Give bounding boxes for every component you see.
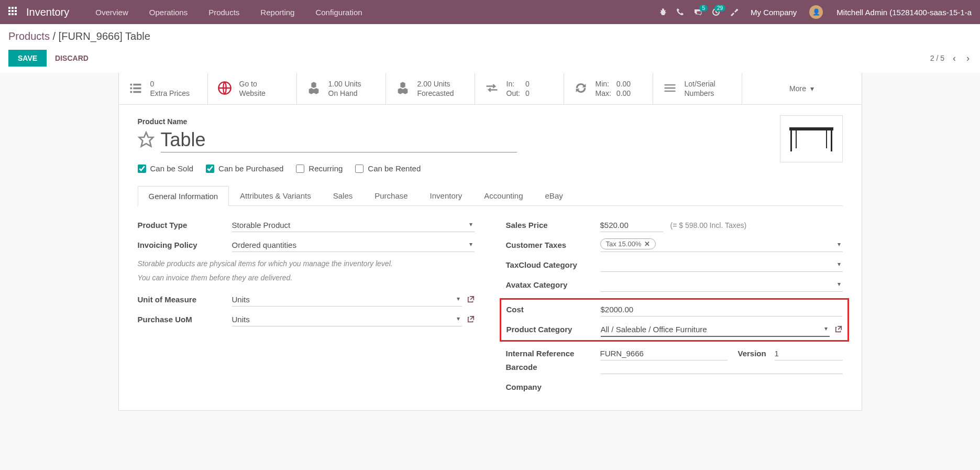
svg-rect-2 [790,130,792,151]
product-image[interactable] [780,115,843,162]
stat-lot-serial[interactable]: Lot/SerialNumbers [653,73,742,104]
apps-icon[interactable] [8,7,19,17]
label-company: Company [506,380,600,391]
label-purchase-uom: Purchase UoM [138,313,232,324]
boxes-icon [395,81,410,97]
external-link-icon[interactable] [467,296,475,304]
svg-rect-4 [796,130,797,148]
tab-purchase[interactable]: Purchase [364,185,419,205]
field-sales-price[interactable] [600,218,663,232]
globe-icon [217,81,232,97]
help-storable: Storable products are physical items for… [138,258,475,269]
breadcrumb-current: [FURN_9666] Table [59,30,150,42]
label-avatax: Avatax Category [506,278,600,289]
pager-text: 2 / 5 [930,54,944,62]
field-taxcloud[interactable] [600,258,843,272]
tools-icon[interactable] [730,8,738,16]
label-product-type: Product Type [138,218,232,229]
stat-forecasted[interactable]: 2.00 UnitsForecasted [386,73,475,104]
label-uom: Unit of Measure [138,293,232,304]
label-customer-taxes: Customer Taxes [506,238,600,249]
nav-reporting[interactable]: Reporting [250,1,305,24]
external-link-icon[interactable] [835,325,842,334]
company-selector[interactable]: My Company [751,8,797,17]
svg-rect-3 [831,130,832,151]
field-invoicing-policy[interactable] [232,238,475,252]
label-invoicing-policy: Invoicing Policy [138,238,232,249]
field-cost[interactable] [601,303,842,316]
nav-overview[interactable]: Overview [85,1,139,24]
nav-configuration[interactable]: Configuration [305,1,372,24]
product-name-input[interactable] [161,128,517,152]
field-purchase-uom[interactable] [232,313,462,326]
save-button[interactable]: Save [8,50,47,67]
svg-marker-6 [139,133,153,147]
field-internal-ref[interactable] [600,347,728,360]
discard-button[interactable]: Discard [55,54,89,62]
field-uom[interactable] [232,293,462,307]
product-name-label: Product Name [138,117,843,126]
pager: 2 / 5 ‹ › [930,51,972,66]
app-title[interactable]: Inventory [26,6,69,18]
list-icon [128,81,143,97]
chk-can-be-rented[interactable] [355,165,364,173]
bars-icon [663,81,677,97]
activity-icon[interactable]: 29 [712,8,720,16]
breadcrumb-parent[interactable]: Products [8,30,50,42]
help-invoice: You can invoice them before they are del… [138,272,475,283]
stat-more[interactable]: More▾ [742,73,862,104]
chk-can-be-purchased[interactable] [206,165,214,173]
stat-in-out[interactable]: In:0Out:0 [475,73,564,104]
messages-badge: 5 [699,5,708,12]
username[interactable]: Mitchell Admin (15281400-saas-15-1-a [836,8,972,17]
messages-icon[interactable]: 5 [694,8,702,16]
pager-next[interactable]: › [964,51,972,66]
avatar[interactable]: 👤 [809,5,823,19]
field-version[interactable] [775,347,843,360]
caret-down-icon: ▾ [810,84,814,93]
tab-general-information[interactable]: General Information [138,186,229,206]
label-cost: Cost [506,303,601,314]
main-nav: Overview Operations Products Reporting C… [85,1,372,24]
boxes-icon [306,81,321,97]
label-taxcloud: TaxCloud Category [506,258,600,269]
remove-tag-icon[interactable]: ✕ [644,240,650,248]
topbar: Inventory Overview Operations Products R… [0,0,980,24]
svg-rect-5 [826,130,827,148]
field-product-type[interactable] [232,218,475,232]
stat-website[interactable]: Go toWebsite [208,73,297,104]
tabs: General Information Attributes & Variant… [138,185,843,206]
pager-prev[interactable]: ‹ [951,51,958,66]
favorite-star-icon[interactable] [138,131,155,149]
tab-attributes-variants[interactable]: Attributes & Variants [229,185,322,205]
tab-ebay[interactable]: eBay [534,185,574,205]
nav-operations[interactable]: Operations [139,1,198,24]
field-barcode[interactable] [600,360,843,374]
stat-extra-prices[interactable]: 0Extra Prices [119,73,208,104]
stat-min-max[interactable]: Min:0.00Max:0.00 [564,73,653,104]
form-sheet: 0Extra Prices Go toWebsite 1.00 UnitsOn … [118,73,862,411]
chk-recurring[interactable] [296,165,304,173]
field-product-category[interactable] [601,323,830,337]
external-link-icon[interactable] [467,315,475,324]
tab-accounting[interactable]: Accounting [473,185,534,205]
nav-products[interactable]: Products [198,1,250,24]
phone-icon[interactable] [676,8,685,16]
highlighted-fields: Cost Product Category [500,298,849,342]
tab-sales[interactable]: Sales [322,185,364,205]
label-internal-ref: Internal Reference [506,347,600,358]
stat-on-hand[interactable]: 1.00 UnitsOn Hand [297,73,386,104]
tax-tag[interactable]: Tax 15.00%✕ [600,238,656,249]
label-barcode: Barcode [506,360,600,371]
svg-rect-1 [789,127,833,130]
stat-buttons: 0Extra Prices Go toWebsite 1.00 UnitsOn … [119,73,862,105]
tab-inventory[interactable]: Inventory [419,185,474,205]
sales-price-incl: (= $ 598.00 Incl. Taxes) [670,221,747,229]
field-avatax[interactable] [600,278,843,292]
bug-icon[interactable] [658,8,667,16]
control-bar: Products / [FURN_9666] Table Save Discar… [0,24,980,73]
refresh-icon [574,81,588,97]
breadcrumb: Products / [FURN_9666] Table [8,30,972,42]
activity-badge: 29 [714,5,725,12]
chk-can-be-sold[interactable] [138,165,146,173]
